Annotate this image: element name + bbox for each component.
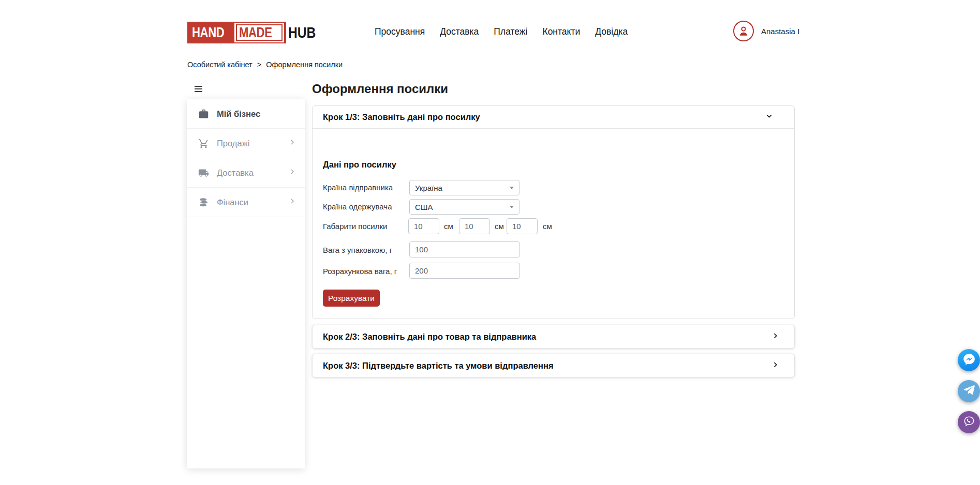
dimension-width-input[interactable]	[459, 218, 490, 234]
logo-made: MADE	[239, 25, 272, 40]
sidebar: Мій бізнес Продажі Доставка Фінанси	[187, 99, 305, 468]
user-name: Anastasia I	[761, 27, 799, 36]
calculated-weight-label: Розрахункова вага, г	[323, 267, 397, 276]
step-3-header[interactable]: Крок 3/3: Підтвердьте вартість та умови …	[312, 354, 795, 377]
chevron-right-icon	[288, 168, 296, 178]
recipient-country-value: США	[415, 203, 433, 211]
sidebar-item-label: Продажі	[217, 139, 280, 148]
viber-icon	[962, 415, 976, 430]
messenger-icon	[962, 353, 976, 368]
weight-label: Вага з упаковкою, г	[323, 246, 392, 254]
step-2-title: Крок 2/3: Заповніть дані про товар та ві…	[323, 332, 771, 342]
weight-input[interactable]	[409, 241, 520, 257]
sidebar-item-delivery[interactable]: Доставка	[187, 158, 305, 188]
briefcase-icon	[198, 109, 209, 119]
logo-red-box: HAND MADE	[187, 22, 286, 43]
chevron-right-icon	[771, 331, 780, 342]
recipient-country-label: Країна одержувача	[323, 202, 392, 211]
user-menu[interactable]: Anastasia I	[733, 21, 799, 41]
step-1-card: Крок 1/3: Заповніть дані про посилку Дан…	[312, 105, 795, 319]
calculate-button[interactable]: Розрахувати	[323, 290, 380, 307]
coins-icon	[198, 197, 209, 208]
form-section-title: Дані про посилку	[323, 160, 396, 170]
breadcrumb-separator: >	[257, 60, 261, 69]
sidebar-item-label: Фінанси	[217, 198, 280, 207]
telegram-icon	[962, 384, 976, 399]
chevron-right-icon	[771, 360, 780, 371]
main-nav: Просування Доставка Платежі Контакти Дов…	[375, 26, 628, 37]
messenger-button[interactable]	[958, 349, 980, 371]
step-1-body: Дані про посилку Країна відправника Укра…	[313, 129, 794, 319]
sidebar-item-label: Доставка	[217, 168, 280, 178]
select-caret-icon	[510, 187, 514, 189]
dimensions-label: Габарити посилки	[323, 222, 387, 231]
chevron-right-icon	[288, 138, 296, 148]
dimension-height-input[interactable]	[507, 218, 538, 234]
nav-delivery[interactable]: Доставка	[440, 26, 479, 37]
viber-button[interactable]	[958, 411, 980, 433]
sender-country-label: Країна відправника	[323, 183, 393, 192]
sidebar-item-finances[interactable]: Фінанси	[187, 188, 305, 217]
sidebar-item-sales[interactable]: Продажі	[187, 129, 305, 158]
recipient-country-select[interactable]: США	[409, 199, 519, 215]
dimension-unit: см	[444, 222, 453, 231]
chevron-right-icon	[288, 197, 296, 207]
page-title: Оформлення посилки	[312, 82, 448, 96]
sender-country-value: Україна	[415, 184, 442, 192]
telegram-button[interactable]	[958, 380, 980, 402]
chevron-down-icon	[765, 112, 774, 123]
logo-hub: HUB	[288, 24, 316, 41]
breadcrumb-parcel[interactable]: Оформлення посилки	[266, 60, 343, 69]
user-avatar-icon	[733, 21, 754, 41]
cart-icon	[198, 138, 209, 149]
sidebar-toggle-icon[interactable]	[195, 86, 202, 94]
dimension-length-input[interactable]	[408, 218, 439, 234]
step-3-title: Крок 3/3: Підтвердьте вартість та умови …	[323, 361, 771, 371]
nav-help[interactable]: Довідка	[595, 26, 628, 37]
sidebar-item-label: Мій бізнес	[217, 109, 296, 119]
breadcrumb: Особистий кабінет > Оформлення посилки	[187, 60, 345, 69]
dimension-unit: см	[495, 222, 504, 231]
site-logo[interactable]: HAND MADE HUB	[187, 22, 322, 43]
truck-icon	[198, 168, 209, 178]
logo-hand: HAND	[192, 25, 224, 41]
nav-payments[interactable]: Платежі	[494, 26, 527, 37]
breadcrumb-cabinet[interactable]: Особистий кабінет	[187, 60, 253, 69]
nav-contacts[interactable]: Контакти	[542, 26, 580, 37]
step-1-header[interactable]: Крок 1/3: Заповніть дані про посилку	[313, 106, 794, 129]
nav-promotion[interactable]: Просування	[375, 26, 425, 37]
step-1-title: Крок 1/3: Заповніть дані про посилку	[323, 112, 765, 122]
sidebar-item-my-business[interactable]: Мій бізнес	[187, 99, 305, 129]
sender-country-select[interactable]: Україна	[409, 180, 519, 195]
step-2-header[interactable]: Крок 2/3: Заповніть дані про товар та ві…	[312, 325, 795, 348]
select-caret-icon	[510, 206, 514, 208]
calculated-weight-input[interactable]	[409, 263, 520, 279]
dimension-unit: см	[543, 222, 552, 231]
